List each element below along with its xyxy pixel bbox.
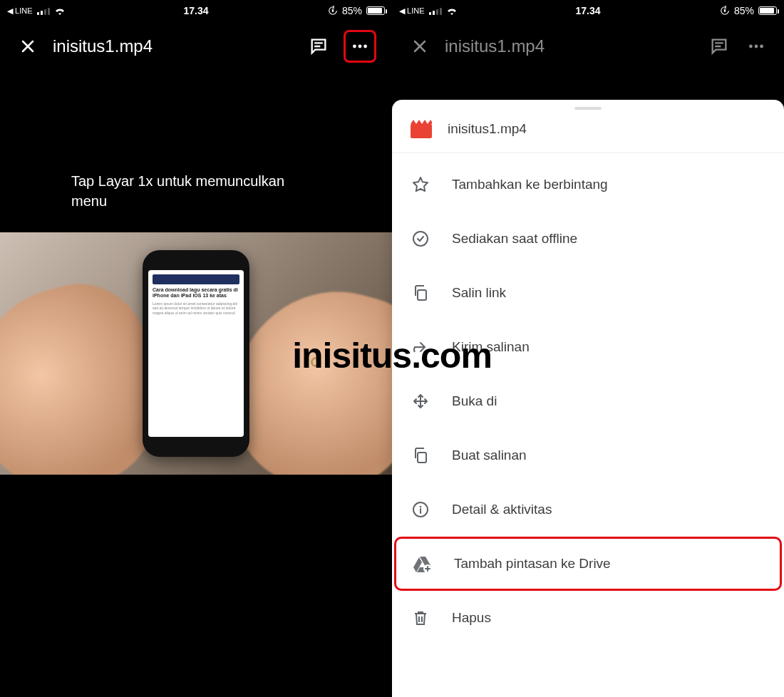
comment-button[interactable] (306, 34, 331, 58)
video-file-icon (411, 120, 432, 138)
back-to-app-indicator[interactable]: ◀ LINE (399, 6, 425, 16)
more-options-button[interactable] (344, 30, 376, 63)
orientation-lock-icon (328, 6, 338, 16)
star-icon (411, 175, 430, 195)
menu-label: Buat salinan (452, 448, 527, 463)
menu-details[interactable]: Detail & aktivitas (392, 482, 784, 537)
sheet-filename: inisitus1.mp4 (448, 121, 527, 137)
svg-point-6 (755, 45, 758, 48)
svg-rect-10 (418, 290, 426, 300)
menu-add-star[interactable]: Tambahkan ke berbintang (392, 158, 784, 212)
svg-rect-4 (724, 10, 726, 12)
sheet-grip[interactable] (574, 107, 602, 110)
battery-percentage: 85% (342, 5, 362, 16)
pane-action-sheet: ◀ LINE 17.34 85% inisitus1.mp4 (392, 0, 784, 697)
ring-illustration (311, 357, 321, 367)
close-button[interactable] (16, 34, 40, 58)
action-menu: Tambahkan ke berbintang Sediakan saat of… (392, 153, 784, 645)
trash-icon (411, 608, 430, 628)
menu-label: Salin link (452, 285, 506, 301)
menu-copy-link[interactable]: Salin link (392, 266, 784, 320)
menu-label: Buka di (452, 393, 497, 409)
file-title: inisitus1.mp4 (445, 36, 694, 56)
info-icon (411, 500, 430, 520)
svg-point-13 (420, 506, 422, 508)
svg-rect-8 (411, 124, 432, 138)
menu-label: Kirim salinan (452, 339, 530, 355)
svg-rect-0 (332, 10, 334, 12)
move-icon (411, 391, 430, 411)
svg-point-9 (413, 232, 428, 246)
svg-point-3 (363, 45, 367, 48)
drive-add-icon (413, 554, 433, 574)
svg-point-2 (359, 45, 362, 48)
wifi-icon (54, 6, 66, 15)
battery-icon (758, 6, 777, 15)
svg-point-1 (353, 45, 356, 48)
file-title: inisitus1.mp4 (53, 36, 294, 56)
video-frame[interactable]: Cara download lagu secara gratis di iPho… (0, 232, 392, 475)
sheet-header: inisitus1.mp4 (392, 114, 784, 153)
copy-icon (411, 283, 430, 303)
menu-label: Detail & aktivitas (452, 502, 552, 517)
cellular-signal-icon (429, 6, 442, 15)
send-icon (411, 337, 430, 357)
menu-send-copy[interactable]: Kirim salinan (392, 320, 784, 374)
offline-icon (411, 229, 430, 249)
battery-percentage: 85% (734, 5, 754, 16)
orientation-lock-icon (720, 6, 730, 16)
menu-label: Hapus (452, 610, 491, 626)
file-header-dimmed: inisitus1.mp4 (392, 21, 784, 71)
menu-make-offline[interactable]: Sediakan saat offline (392, 212, 784, 266)
cellular-signal-icon (37, 6, 50, 15)
menu-make-copy[interactable]: Buat salinan (392, 428, 784, 482)
close-button[interactable] (408, 34, 432, 58)
svg-point-7 (760, 45, 763, 48)
menu-label: Sediakan saat offline (452, 231, 577, 247)
menu-label: Tambah pintasan ke Drive (454, 556, 611, 572)
phone-illustration: Cara download lagu secara gratis di iPho… (143, 250, 249, 457)
pane-video-preview: ◀ LINE 17.34 85% inisitus1.mp4 Tap Layar… (0, 0, 392, 697)
more-options-button[interactable] (744, 34, 768, 58)
battery-icon (366, 6, 385, 15)
wifi-icon (446, 6, 458, 15)
instruction-text: Tap Layar 1x untuk memunculkan menu (71, 171, 321, 211)
svg-point-5 (749, 45, 753, 48)
comment-button[interactable] (707, 34, 731, 58)
menu-delete[interactable]: Hapus (392, 591, 784, 645)
menu-open-in[interactable]: Buka di (392, 374, 784, 428)
action-sheet: inisitus1.mp4 Tambahkan ke berbintang Se… (392, 100, 784, 697)
menu-add-drive-shortcut[interactable]: Tambah pintasan ke Drive (394, 537, 782, 591)
back-to-app-indicator[interactable]: ◀ LINE (7, 6, 33, 16)
file-header: inisitus1.mp4 (0, 21, 392, 71)
status-bar: ◀ LINE 17.34 85% (0, 0, 392, 21)
status-bar: ◀ LINE 17.34 85% (392, 0, 784, 21)
duplicate-icon (411, 445, 430, 465)
menu-label: Tambahkan ke berbintang (452, 177, 608, 192)
svg-rect-11 (418, 453, 426, 463)
